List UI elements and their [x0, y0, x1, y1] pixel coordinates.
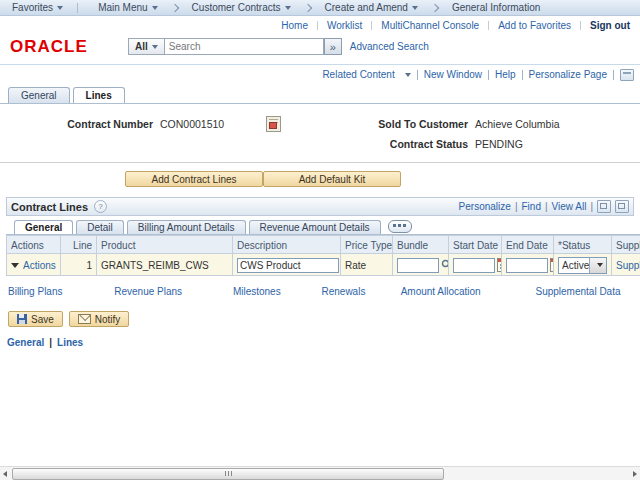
- search-bar: All: [128, 38, 342, 55]
- product-value: GRANTS_REIMB_CWS: [97, 254, 233, 276]
- layout-icon[interactable]: [620, 69, 634, 81]
- row-supplemental-data-link[interactable]: Supplemental Data: [616, 260, 640, 271]
- subtab-revenue-amount-details[interactable]: Revenue Amount Details: [249, 220, 381, 234]
- subtab-general[interactable]: General: [14, 220, 73, 234]
- renewals-link[interactable]: Renewals: [321, 286, 365, 297]
- grid-subtabs: General Detail Billing Amount Details Re…: [6, 218, 640, 235]
- row-actions-menu[interactable]: Actions: [23, 260, 56, 271]
- search-go-button[interactable]: [324, 38, 342, 55]
- divider: [522, 70, 523, 80]
- divider: [417, 70, 418, 80]
- divider: [77, 3, 78, 13]
- status-select[interactable]: Active: [558, 257, 607, 274]
- sign-out-link[interactable]: Sign out: [590, 20, 630, 31]
- help-icon[interactable]: ?: [94, 200, 107, 213]
- oracle-logo: ORACLE: [10, 37, 128, 57]
- column-header-status: *Status: [554, 236, 612, 254]
- zoom-grid-icon[interactable]: [597, 200, 611, 213]
- lookup-icon[interactable]: [441, 259, 449, 272]
- main-menu-label: Main Menu: [98, 2, 147, 13]
- worklist-link[interactable]: Worklist: [327, 20, 362, 31]
- divider: [613, 70, 614, 80]
- revenue-plans-link[interactable]: Revenue Plans: [114, 286, 182, 297]
- save-button[interactable]: Save: [8, 311, 63, 327]
- divider: [580, 21, 581, 30]
- amount-allocation-link[interactable]: Amount Allocation: [401, 286, 481, 297]
- contract-line-row: Actions 1 GRANTS_REIMB_CWS Rate Active: [7, 254, 640, 276]
- milestones-link[interactable]: Milestones: [233, 286, 281, 297]
- personalize-page-link[interactable]: Personalize Page: [529, 69, 607, 80]
- new-window-link[interactable]: New Window: [424, 69, 482, 80]
- utility-nav: Home Worklist MultiChannel Console Add t…: [0, 16, 640, 33]
- breadcrumb-customer-contracts[interactable]: Customer Contracts: [186, 2, 297, 13]
- home-link[interactable]: Home: [281, 20, 308, 31]
- add-to-favorites-link[interactable]: Add to Favorites: [498, 20, 571, 31]
- favorites-label: Favorites: [12, 2, 53, 13]
- subtab-detail[interactable]: Detail: [76, 220, 124, 234]
- column-header-description: Description: [233, 236, 341, 254]
- footer-general-link[interactable]: General: [2, 337, 49, 348]
- divider: [488, 21, 489, 30]
- tab-general[interactable]: General: [8, 87, 70, 103]
- search-scope-dropdown[interactable]: All: [128, 38, 164, 55]
- chevron-down-icon: [152, 45, 158, 49]
- end-date-input[interactable]: [506, 258, 548, 273]
- billing-plans-link[interactable]: Billing Plans: [8, 286, 62, 297]
- favorites-menu[interactable]: Favorites: [6, 2, 69, 13]
- breadcrumb-create-and-amend[interactable]: Create and Amend: [319, 2, 424, 13]
- scroll-left-arrow-icon[interactable]: [0, 468, 10, 479]
- related-content-dropdown[interactable]: Related Content: [322, 69, 394, 80]
- bundle-input[interactable]: [397, 258, 439, 273]
- chevron-down-icon: [285, 6, 291, 10]
- column-header-price-type: Price Type: [341, 236, 393, 254]
- show-all-columns-icon[interactable]: [388, 220, 412, 233]
- advanced-search-link[interactable]: Advanced Search: [350, 41, 429, 52]
- column-header-start-date: Start Date: [449, 236, 502, 254]
- contract-lines-header: Contract Lines ? Personalize | Find | Vi…: [6, 197, 634, 216]
- section-title: Contract Lines: [11, 201, 88, 213]
- add-default-kit-button[interactable]: Add Default Kit: [263, 171, 401, 187]
- contract-number-value: CON0001510: [160, 116, 370, 132]
- footer-lines-link[interactable]: Lines: [52, 337, 88, 348]
- divider: |: [515, 201, 518, 212]
- contract-status-value: PENDING: [475, 138, 640, 150]
- divider: |: [545, 201, 548, 212]
- chevron-down-icon: [57, 6, 63, 10]
- help-link[interactable]: Help: [495, 69, 516, 80]
- footer-page-links: General | Lines: [2, 337, 640, 348]
- scroll-right-arrow-icon[interactable]: [630, 468, 640, 479]
- description-input[interactable]: [237, 258, 339, 273]
- contract-status-label: Contract Status: [370, 138, 475, 150]
- horizontal-scrollbar[interactable]: [0, 466, 640, 480]
- scrollbar-thumb[interactable]: [12, 468, 444, 480]
- breadcrumb-separator-icon: [431, 3, 439, 11]
- actions-expand-icon: [11, 263, 19, 268]
- view-all-link[interactable]: View All: [552, 201, 587, 212]
- start-date-input[interactable]: [453, 258, 495, 273]
- add-contract-lines-button[interactable]: Add Contract Lines: [125, 171, 263, 187]
- personalize-link[interactable]: Personalize: [459, 201, 511, 212]
- column-header-product: Product: [97, 236, 233, 254]
- column-header-end-date: End Date: [502, 236, 554, 254]
- breadcrumb-main-menu[interactable]: Main Menu: [92, 2, 163, 13]
- notify-label: Notify: [95, 314, 121, 325]
- supplemental-data-link[interactable]: Supplemental Data: [535, 286, 620, 297]
- column-header-actions: Actions: [7, 236, 61, 254]
- breadcrumb-separator-icon: [303, 3, 311, 11]
- subtab-billing-amount-details[interactable]: Billing Amount Details: [127, 220, 246, 234]
- divider: [371, 21, 372, 30]
- download-grid-icon[interactable]: [615, 200, 629, 213]
- find-link[interactable]: Find: [521, 201, 540, 212]
- contract-notes-icon[interactable]: [266, 116, 281, 132]
- search-scope-value: All: [135, 41, 148, 52]
- column-header-supplemental: Supplemental: [612, 236, 640, 254]
- divider: [317, 21, 318, 30]
- search-input[interactable]: [164, 38, 324, 55]
- column-header-line: Line: [61, 236, 97, 254]
- tab-lines[interactable]: Lines: [73, 87, 125, 103]
- multichannel-console-link[interactable]: MultiChannel Console: [381, 20, 479, 31]
- chevron-down-icon: [412, 6, 418, 10]
- contract-header-info: Contract Number CON0001510 Sold To Custo…: [0, 116, 640, 150]
- line-number: 1: [61, 254, 97, 276]
- notify-button[interactable]: Notify: [69, 311, 130, 327]
